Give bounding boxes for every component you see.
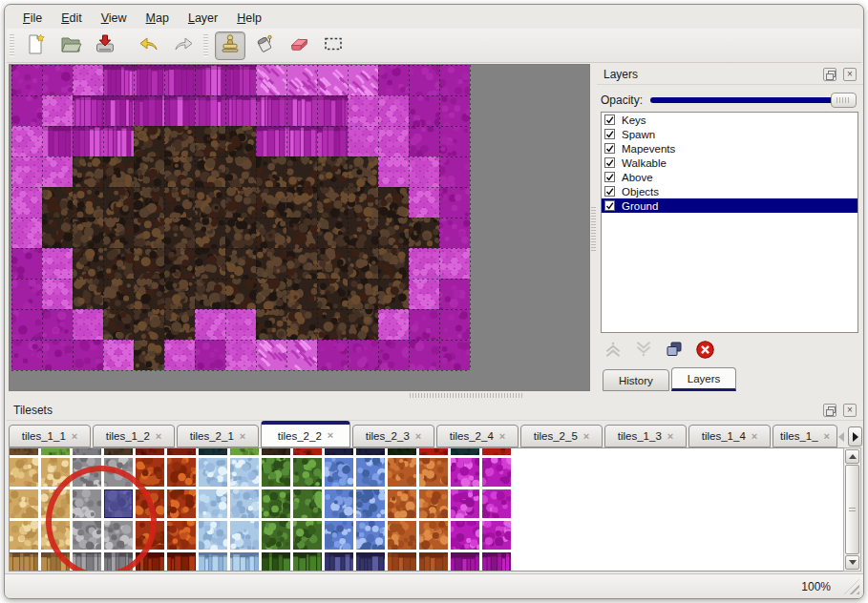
layer-visibility-checkbox[interactable] <box>604 172 615 182</box>
close-tab-icon[interactable]: × <box>156 431 161 442</box>
save-button[interactable] <box>90 31 120 60</box>
toolbar <box>7 29 861 63</box>
float-panel-button[interactable] <box>823 404 836 417</box>
menu-help[interactable]: Help <box>228 9 270 28</box>
close-tab-icon[interactable]: × <box>72 431 77 442</box>
tileset-scrollbar[interactable] <box>843 447 861 572</box>
layer-name: Above <box>622 172 653 183</box>
tilesets-panel-titlebar: Tilesets × <box>7 400 863 421</box>
tab-layers[interactable]: Layers <box>671 367 737 391</box>
resize-grip[interactable] <box>844 579 859 594</box>
close-panel-button[interactable]: × <box>843 404 857 417</box>
tileset-tab-tiles_1_2[interactable]: tiles_1_2× <box>93 425 175 447</box>
menu-layer[interactable]: Layer <box>180 9 226 28</box>
tab-history[interactable]: History <box>603 369 669 391</box>
close-icon: × <box>847 405 853 415</box>
layers-panel-title: Layers <box>597 68 638 81</box>
opacity-slider[interactable] <box>650 92 857 109</box>
scroll-up-button[interactable] <box>845 449 859 464</box>
chevron-down-icon <box>633 339 654 364</box>
delete-layer-button[interactable] <box>694 341 715 362</box>
tileset-tab-tiles_1_[interactable]: tiles_1_× <box>773 425 837 447</box>
close-tab-icon[interactable]: × <box>240 431 245 442</box>
scrollbar-thumb[interactable] <box>845 465 859 554</box>
tileset-tab-tiles_2_3[interactable]: tiles_2_3× <box>352 425 434 447</box>
layer-name: Objects <box>622 186 659 198</box>
raise-layer-button[interactable] <box>603 341 624 362</box>
delete-layer-icon <box>695 340 715 364</box>
layer-row-objects[interactable]: Objects <box>602 184 857 198</box>
layer-visibility-checkbox[interactable] <box>604 114 615 125</box>
tileset-tab-tiles_1_3[interactable]: tiles_1_3× <box>604 425 687 447</box>
duplicate-layer-icon <box>665 340 684 363</box>
tileset-tab-tiles_2_4[interactable]: tiles_2_4× <box>436 425 519 447</box>
eraser-tool-button[interactable] <box>284 31 314 60</box>
layer-actions-toolbar <box>603 339 715 364</box>
layer-row-keys[interactable]: Keys <box>602 113 857 127</box>
close-tab-icon[interactable]: × <box>824 431 830 442</box>
layer-visibility-checkbox[interactable] <box>604 186 615 197</box>
layer-row-walkable[interactable]: Walkable <box>602 156 857 170</box>
tileset-tab-tiles_1_4[interactable]: tiles_1_4× <box>688 425 771 447</box>
lower-layer-button[interactable] <box>633 341 654 362</box>
layer-visibility-checkbox[interactable] <box>604 200 615 211</box>
menu-file[interactable]: File <box>14 9 51 28</box>
vertical-splitter[interactable] <box>590 64 597 391</box>
tileset-canvas[interactable] <box>10 448 842 571</box>
close-tab-icon[interactable]: × <box>328 430 333 441</box>
menu-map[interactable]: Map <box>138 9 178 28</box>
fill-tool-button[interactable] <box>249 31 280 60</box>
tileset-tab-tiles_2_2[interactable]: tiles_2_2× <box>261 421 350 447</box>
layer-visibility-checkbox[interactable] <box>604 129 615 139</box>
layer-name: Mapevents <box>622 143 675 155</box>
duplicate-layer-button[interactable] <box>664 341 685 362</box>
tileset-tab-tiles_1_1[interactable]: tiles_1_1× <box>9 425 91 447</box>
stamp-tool-button[interactable] <box>215 31 245 60</box>
layers-panel: Layers × Opacity: KeysSpawnMapeventsWalk… <box>597 64 863 392</box>
open-button[interactable] <box>55 31 86 60</box>
tilesets-panel: Tilesets × tiles_1_1×tiles_1_2×tiles_2_1… <box>7 400 863 573</box>
new-file-button[interactable] <box>21 31 52 60</box>
select-tool-button[interactable] <box>318 31 349 60</box>
map-canvas[interactable] <box>10 65 589 390</box>
toolbar-drag-handle[interactable] <box>203 34 208 57</box>
tab-label: tiles_1_1 <box>22 430 66 442</box>
tab-label: tiles_1_2 <box>106 430 150 442</box>
close-tab-icon[interactable]: × <box>667 431 673 442</box>
layer-visibility-checkbox[interactable] <box>604 143 615 154</box>
close-tab-icon[interactable]: × <box>583 431 589 442</box>
layer-visibility-checkbox[interactable] <box>604 157 615 168</box>
scroll-down-button[interactable] <box>845 555 859 570</box>
menu-view[interactable]: View <box>93 9 136 28</box>
tab-scroll-left-button[interactable] <box>834 426 848 447</box>
map-viewport[interactable] <box>9 64 590 391</box>
close-tab-icon[interactable]: × <box>415 431 421 442</box>
tab-label: tiles_1_ <box>780 430 818 442</box>
horizontal-splitter[interactable] <box>9 391 861 400</box>
zoom-level: 100% <box>801 580 831 593</box>
close-panel-button[interactable]: × <box>843 68 857 81</box>
tab-scroll-right-button[interactable] <box>848 426 862 447</box>
close-tab-icon[interactable]: × <box>499 431 505 442</box>
redo-icon <box>172 32 195 59</box>
layer-name: Spawn <box>622 129 655 140</box>
menu-edit[interactable]: Edit <box>53 9 91 28</box>
layer-row-spawn[interactable]: Spawn <box>602 127 857 141</box>
panel-tabs: HistoryLayers <box>603 367 738 391</box>
eraser-icon <box>287 32 310 59</box>
float-panel-button[interactable] <box>823 68 836 81</box>
close-tab-icon[interactable]: × <box>752 431 757 442</box>
redo-button[interactable] <box>168 31 199 60</box>
layer-row-mapevents[interactable]: Mapevents <box>602 141 857 156</box>
layer-name: Ground <box>622 200 658 212</box>
tileset-viewport[interactable] <box>9 447 843 572</box>
opacity-slider-handle[interactable] <box>831 93 857 108</box>
toolbar-drag-handle[interactable] <box>10 34 14 57</box>
layer-row-ground[interactable]: Ground <box>602 198 857 213</box>
tileset-tab-tiles_2_1[interactable]: tiles_2_1× <box>177 425 259 447</box>
undo-button[interactable] <box>134 31 164 60</box>
layer-row-above[interactable]: Above <box>602 170 857 184</box>
tileset-tab-tiles_2_5[interactable]: tiles_2_5× <box>520 425 603 447</box>
chevron-up-icon <box>603 339 624 364</box>
tilesets-panel-title: Tilesets <box>7 404 53 417</box>
